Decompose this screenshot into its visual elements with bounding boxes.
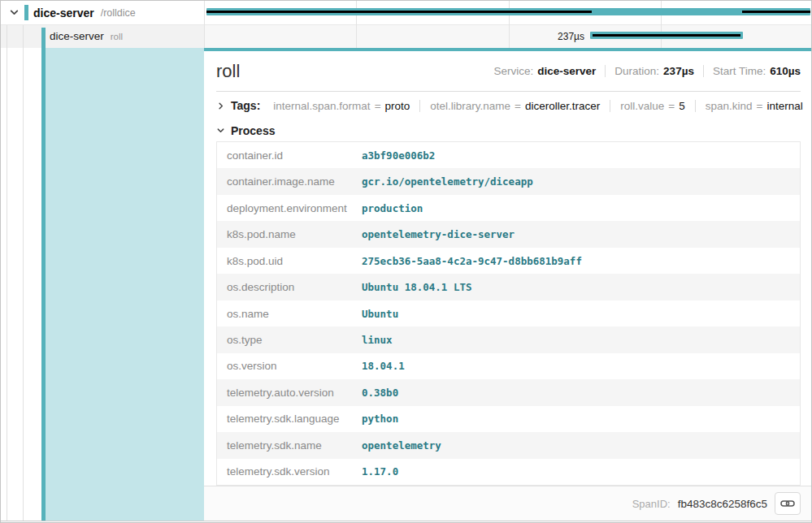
overview-value: dice-server: [537, 65, 596, 77]
detail-footer: SpanID: fb483c8c6258f6c5: [204, 486, 812, 521]
row-bottom-border: [1, 521, 811, 521]
process-key: telemetry.auto.version: [217, 387, 362, 399]
tags-section: Tags: internal.span.format=proto otel.li…: [216, 92, 801, 119]
expanded-span-highlight: [46, 48, 204, 521]
process-value: a3bf90e006b2: [362, 149, 435, 162]
process-key: container.image.name: [217, 175, 362, 188]
spanid-value: fb483c8c6258f6c5: [678, 498, 767, 510]
span-bar-roll[interactable]: [590, 32, 743, 39]
tag-value: internal: [766, 100, 802, 112]
tree-indent-guide: [7, 24, 7, 521]
chevron-down-icon[interactable]: [9, 7, 20, 18]
process-key: telemetry.sdk.name: [217, 439, 362, 452]
overview-label: Service:: [493, 65, 533, 77]
detail-header: roll Service:dice-server Duration:237µs …: [216, 51, 801, 92]
overview-item: Start Time:610µs: [703, 65, 801, 77]
overview-label: Duration:: [614, 65, 659, 77]
tag-key: roll.value: [620, 100, 664, 112]
overview-label: Start Time:: [713, 65, 766, 77]
process-key-value-table: container.id a3bf90e006b2 container.imag…: [216, 141, 801, 486]
process-value: 1.17.0: [362, 465, 398, 478]
link-icon: [780, 499, 795, 508]
deep-link-button[interactable]: [775, 492, 801, 515]
process-key: os.description: [217, 281, 362, 293]
tag-key: span.kind: [706, 100, 753, 112]
span-row-roll[interactable]: dice-server roll: [1, 24, 204, 48]
tags-toggle[interactable]: Tags:: [216, 99, 260, 112]
overview-item: Duration:237µs: [605, 65, 703, 77]
critical-path-segment: [206, 11, 592, 13]
overview-value: 237µs: [663, 65, 694, 77]
timeline-gridline: [204, 1, 205, 48]
tag-equals: =: [668, 100, 675, 112]
table-row: os.name Ubuntu: [217, 300, 800, 326]
process-value: opentelemetry-dice-server: [362, 228, 515, 240]
critical-path-segment: [742, 11, 810, 13]
span-detail-panel: roll Service:dice-server Duration:237µs …: [204, 51, 812, 521]
tag-item: span.kind=internal: [695, 100, 812, 112]
process-value: python: [362, 413, 398, 425]
span-service-name: dice-server: [33, 6, 94, 19]
table-row: container.image.name gcr.io/opentelemetr…: [217, 168, 800, 194]
jaeger-trace-span-view: dice-server /rolldice dice-server roll 2…: [0, 0, 812, 523]
process-toggle[interactable]: Process: [216, 124, 275, 137]
tags-section-label: Tags:: [231, 99, 260, 112]
process-value: 18.04.1: [362, 360, 405, 372]
overview-item: Service:dice-server: [484, 65, 605, 77]
span-bar-rolldice[interactable]: [206, 8, 810, 15]
chevron-right-icon: [216, 102, 225, 110]
table-row: telemetry.sdk.name opentelemetry: [217, 432, 800, 458]
spanid-label: SpanID:: [632, 498, 671, 510]
table-row: telemetry.sdk.version 1.17.0: [217, 459, 800, 485]
table-row: container.id a3bf90e006b2: [217, 142, 800, 168]
process-key: telemetry.sdk.language: [217, 413, 362, 425]
process-value: Ubuntu: [362, 308, 398, 320]
span-row-rolldice[interactable]: dice-server /rolldice: [1, 1, 204, 24]
overview-value: 610µs: [770, 65, 801, 77]
tag-equals: =: [515, 100, 521, 112]
process-value: production: [362, 202, 423, 214]
process-key: telemetry.sdk.version: [217, 465, 362, 478]
tag-value: proto: [385, 100, 410, 112]
span-operation-name: /rolldice: [101, 7, 136, 19]
process-value: Ubuntu 18.04.1 LTS: [362, 281, 471, 293]
process-key: deployment.environment: [217, 202, 362, 214]
table-row: k8s.pod.uid 275ecb36-5aa8-4c2a-9c47-d8bb…: [217, 248, 800, 274]
table-row: os.description Ubuntu 18.04.1 LTS: [217, 274, 800, 300]
process-value: gcr.io/opentelemetry/diceapp: [362, 175, 533, 188]
process-key: k8s.pod.uid: [217, 255, 362, 267]
process-value: 0.38b0: [362, 387, 398, 399]
span-operation-name: roll: [111, 32, 123, 41]
span-color-bar: [41, 28, 46, 521]
row-separator: [1, 24, 811, 25]
tag-item: otel.library.name=diceroller.tracer: [419, 100, 610, 112]
span-color-swatch: [24, 5, 28, 20]
tag-value: 5: [679, 100, 685, 112]
table-row: telemetry.sdk.language python: [217, 406, 800, 432]
process-key: os.type: [217, 334, 362, 346]
tree-indent-guide: [23, 24, 24, 521]
tag-value: diceroller.tracer: [525, 100, 600, 112]
tag-item: internal.span.format=proto: [263, 100, 419, 112]
tag-item: roll.value=5: [610, 100, 694, 112]
span-overview: Service:dice-server Duration:237µs Start…: [484, 65, 801, 77]
process-key: os.name: [217, 308, 362, 320]
table-row: os.type linux: [217, 326, 800, 352]
table-row: telemetry.auto.version 0.38b0: [217, 379, 800, 405]
span-duration-label: 237µs: [471, 24, 584, 48]
process-key: container.id: [217, 149, 362, 162]
chevron-down-icon: [216, 126, 225, 135]
tag-equals: =: [375, 100, 381, 112]
process-key: k8s.pod.name: [217, 228, 362, 240]
process-value: 275ecb36-5aa8-4c2a-9c47-d8bb681b9aff: [362, 255, 582, 267]
process-section: Process: [216, 119, 801, 141]
tag-key: otel.library.name: [430, 100, 510, 112]
span-service-name: dice-server: [50, 30, 104, 42]
critical-path-segment: [593, 34, 740, 37]
table-row: k8s.pod.name opentelemetry-dice-server: [217, 221, 800, 247]
table-row: deployment.environment production: [217, 195, 800, 221]
process-key: os.version: [217, 360, 362, 372]
tag-key: internal.span.format: [273, 100, 370, 112]
span-title: roll: [216, 61, 240, 82]
tag-equals: =: [757, 100, 763, 112]
